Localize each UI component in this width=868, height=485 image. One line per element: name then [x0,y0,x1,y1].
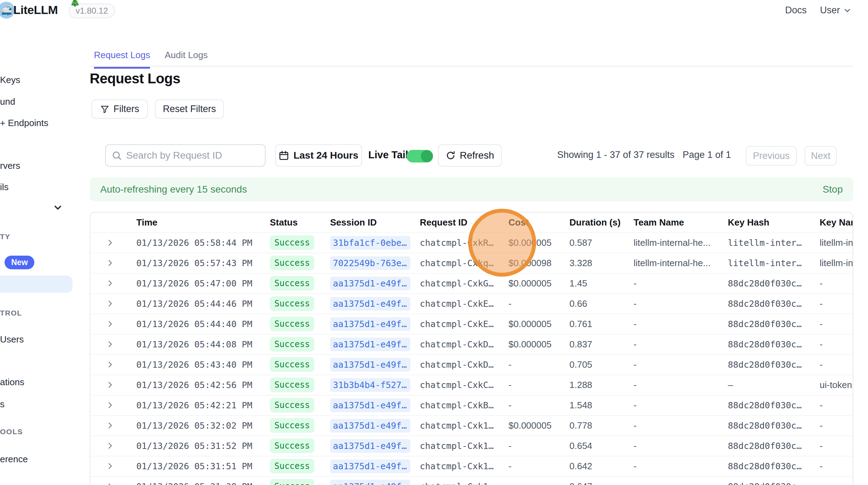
table-row[interactable]: 01/13/2026 05:43:40 PM Success aa1375d1-… [90,354,853,375]
cell-cost: - [508,375,569,395]
session-id-link[interactable]: 31bfa1cf-0ebe… [330,236,410,250]
cell-request-id: chatcmpl-Cxk1… [420,436,508,456]
sidebar-item-selected[interactable] [0,276,73,293]
time-range-label: Last 24 Hours [293,150,358,161]
tab-audit-logs[interactable]: Audit Logs [165,50,208,67]
user-menu-label: User [820,5,840,16]
expand-chevron-icon[interactable] [106,259,136,267]
refresh-button[interactable]: Refresh [438,144,502,167]
expand-chevron-icon[interactable] [106,381,136,389]
table-row[interactable]: 01/13/2026 05:44:46 PM Success aa1375d1-… [90,293,853,314]
filters-button[interactable]: Filters [91,99,148,119]
cell-key-hash: litellm-inter… [728,253,820,273]
cell-duration: 0.647 [569,476,634,485]
cell-key-name: - [820,273,853,293]
sidebar-collapse-chevron-icon[interactable] [53,202,63,213]
session-id-link[interactable]: aa1375d1-e49f… [330,277,410,290]
live-tail-toggle[interactable] [406,150,433,162]
session-id-link[interactable]: aa1375d1-e49f… [330,317,410,331]
expand-chevron-icon[interactable] [106,401,136,409]
cell-key-hash: 88dc28d0f030c… [728,476,820,485]
expand-chevron-icon[interactable] [106,421,136,430]
expand-chevron-icon[interactable] [106,299,136,308]
cell-time: 01/13/2026 05:57:43 PM [136,253,270,273]
holiday-tree-icon: 🎄 [70,0,80,7]
session-id-link[interactable]: aa1375d1-e49f… [330,297,410,311]
sidebar-item-teams[interactable]: s [0,399,5,410]
table-row[interactable]: 01/13/2026 05:42:56 PM Success 31b3b4b4-… [90,375,853,395]
cell-duration: 0.778 [569,415,634,436]
cell-time: 01/13/2026 05:31:51 PM [136,456,270,476]
expand-chevron-icon[interactable] [106,360,136,369]
expand-chevron-icon[interactable] [106,238,136,247]
col-duration: Duration (s) [569,213,634,233]
calendar-icon [279,150,289,161]
sidebar-item-organizations[interactable]: ations [0,377,24,388]
expand-chevron-icon[interactable] [106,442,136,450]
cell-key-hash: 88dc28d0f030c… [728,456,820,476]
table-row[interactable]: 01/13/2026 05:31:38 PM Success aa1375d1-… [90,476,853,485]
sidebar-item-servers[interactable]: rvers [0,160,20,171]
cell-request-id: chatcmpl-CxkD… [420,354,508,375]
sidebar-section-tools: OOLS [0,428,23,436]
session-id-link[interactable]: aa1375d1-e49f… [330,419,410,432]
session-id-link[interactable]: 31b3b4b4-f527… [330,378,410,392]
sidebar-item-endpoints[interactable]: + Endpoints [0,118,48,129]
previous-page-button[interactable]: Previous [746,146,797,166]
session-id-link[interactable]: aa1375d1-e49f… [330,480,410,485]
cell-key-hash: 88dc28d0f030c… [728,273,820,293]
status-badge: Success [270,276,314,291]
chevron-down-icon [843,6,852,15]
session-id-link[interactable]: aa1375d1-e49f… [330,399,410,412]
cell-cost: $0.000005 [508,273,569,293]
table-row[interactable]: 01/13/2026 05:57:43 PM Success 7022549b-… [90,253,853,273]
toggle-knob [421,150,433,162]
cell-key-name: - [820,354,853,375]
tab-request-logs[interactable]: Request Logs [94,50,150,69]
status-badge: Success [270,377,314,392]
session-id-link[interactable]: aa1375d1-e49f… [330,338,410,351]
user-menu[interactable]: User [820,5,852,16]
col-time: Time [136,213,270,233]
cell-request-id: chatcmpl-CxkR… [420,233,508,253]
session-id-link[interactable]: 7022549b-763e… [330,256,410,270]
table-row[interactable]: 01/13/2026 05:31:51 PM Success aa1375d1-… [90,456,853,476]
expand-chevron-icon[interactable] [106,462,136,470]
cell-key-name: ui-token [820,375,853,395]
sidebar-item-keys[interactable]: Keys [0,75,20,85]
stop-auto-refresh-button[interactable]: Stop [822,184,843,195]
table-row[interactable]: 01/13/2026 05:31:52 PM Success aa1375d1-… [90,436,853,456]
next-page-button[interactable]: Next [805,146,837,166]
cell-cost: $0.000098 [508,253,569,273]
cell-cost: - [508,456,569,476]
table-row[interactable]: 01/13/2026 05:42:21 PM Success aa1375d1-… [90,395,853,415]
status-badge: Success [270,357,314,372]
docs-link[interactable]: Docs [785,5,807,16]
cell-request-id: chatcmpl-Cxk1… [420,456,508,476]
table-row[interactable]: 01/13/2026 05:58:44 PM Success 31bfa1cf-… [90,233,853,253]
table-row[interactable]: 01/13/2026 05:44:40 PM Success aa1375d1-… [90,314,853,334]
col-key-hash: Key Hash [728,213,820,233]
brand-title: LiteLLM [13,3,58,17]
session-id-link[interactable]: aa1375d1-e49f… [330,439,410,453]
col-cost: Cost [508,213,569,233]
sidebar-item-playground[interactable]: und [0,96,15,107]
expand-chevron-icon[interactable] [106,320,136,328]
table-row[interactable]: 01/13/2026 05:44:08 PM Success aa1375d1-… [90,334,853,354]
sidebar-item-users[interactable]: Users [0,334,24,345]
cell-team-name: - [634,456,728,476]
table-row[interactable]: 01/13/2026 05:47:00 PM Success aa1375d1-… [90,273,853,293]
expand-chevron-icon[interactable] [106,340,136,348]
expand-chevron-icon[interactable] [106,279,136,287]
expand-chevron-icon[interactable] [106,482,136,485]
sidebar-item-guardrails[interactable]: ils [0,182,9,193]
session-id-link[interactable]: aa1375d1-e49f… [330,358,410,372]
session-id-link[interactable]: aa1375d1-e49f… [330,459,410,473]
search-input[interactable] [126,150,259,161]
sidebar-item-inference[interactable]: erence [0,454,28,465]
table-row[interactable]: 01/13/2026 05:32:02 PM Success aa1375d1-… [90,415,853,436]
time-range-button[interactable]: Last 24 Hours [275,144,362,167]
reset-filters-button[interactable]: Reset Filters [155,99,224,119]
col-key-name: Key Name [820,213,853,233]
page-title: Request Logs [90,71,180,86]
